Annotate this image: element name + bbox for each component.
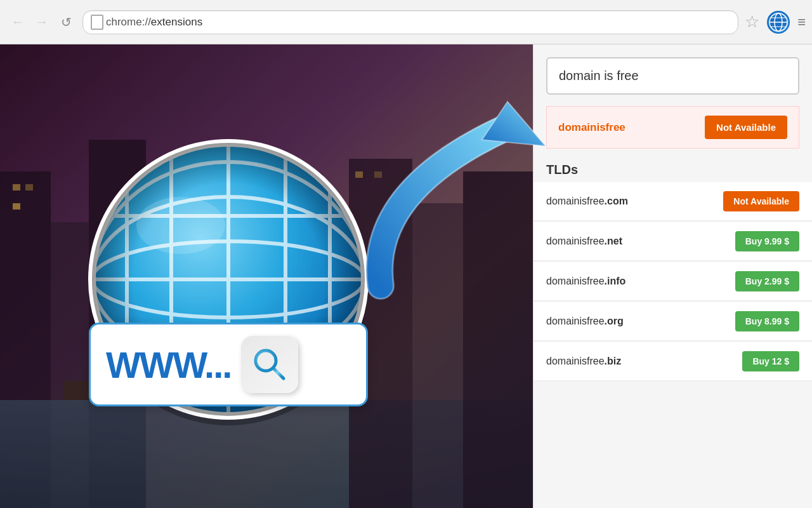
globe-container: WWW... [38, 121, 419, 476]
globe-search-button[interactable] [241, 336, 298, 393]
reload-button[interactable]: ↺ [56, 12, 76, 32]
main-content: WWW... [0, 44, 812, 508]
tld-domain-biz: domainisfree.biz [546, 356, 621, 367]
toolbar-right: ☆ ≡ [745, 11, 804, 34]
url-protocol: chrome:// [106, 16, 151, 28]
svg-point-36 [136, 197, 225, 254]
address-bar[interactable]: chrome://extensions [82, 10, 738, 34]
banner-not-available-button[interactable]: Not Available [705, 116, 787, 139]
banner-domain-name: domainisfree [558, 121, 625, 134]
tld-row-org: domainisfree.org Buy 8.99 $ [534, 302, 812, 341]
tld-com-button[interactable]: Not Available [723, 191, 799, 211]
nav-buttons: ← → ↺ [8, 12, 76, 32]
chrome-menu-icon[interactable]: ≡ [797, 14, 804, 30]
url-path: extensions [151, 16, 202, 28]
bookmark-star-icon[interactable]: ☆ [745, 12, 759, 32]
tld-biz-button[interactable]: Buy 12 $ [742, 351, 799, 371]
tld-domain-net: domainisfree.net [546, 236, 622, 247]
tld-net-button[interactable]: Buy 9.99 $ [735, 231, 799, 251]
tld-org-button[interactable]: Buy 8.99 $ [735, 311, 799, 331]
tld-domain-org: domainisfree.org [546, 316, 624, 327]
page-icon [91, 15, 103, 30]
back-button[interactable]: ← [8, 12, 28, 32]
forward-button[interactable]: → [32, 12, 52, 32]
tld-row-net: domainisfree.net Buy 9.99 $ [534, 222, 812, 261]
www-text: WWW... [106, 344, 231, 386]
domain-search-input[interactable] [546, 57, 799, 95]
globe-wrapper: WWW... [63, 133, 393, 464]
tld-row-info: domainisfree.info Buy 2.99 $ [534, 262, 812, 301]
not-available-banner: domainisfree Not Available [546, 106, 799, 149]
search-section [534, 44, 812, 101]
tld-info-button[interactable]: Buy 2.99 $ [735, 271, 799, 291]
browser-chrome: ← → ↺ chrome://extensions ☆ ≡ [0, 0, 812, 44]
www-extension-icon[interactable] [767, 11, 790, 34]
tld-domain-com: domainisfree.com [546, 196, 628, 207]
tlds-header: TLDs [534, 154, 812, 182]
tld-row-com: domainisfree.com Not Available [534, 182, 812, 221]
globe-search-box: WWW... [89, 323, 368, 406]
globe-svg [63, 133, 393, 464]
svg-line-38 [273, 368, 284, 378]
address-text: chrome://extensions [106, 16, 202, 29]
tld-row-biz: domainisfree.biz Buy 12 $ [534, 342, 812, 381]
right-panel: domainisfree Not Available TLDs domainis… [533, 44, 812, 508]
tld-domain-info: domainisfree.info [546, 276, 625, 287]
